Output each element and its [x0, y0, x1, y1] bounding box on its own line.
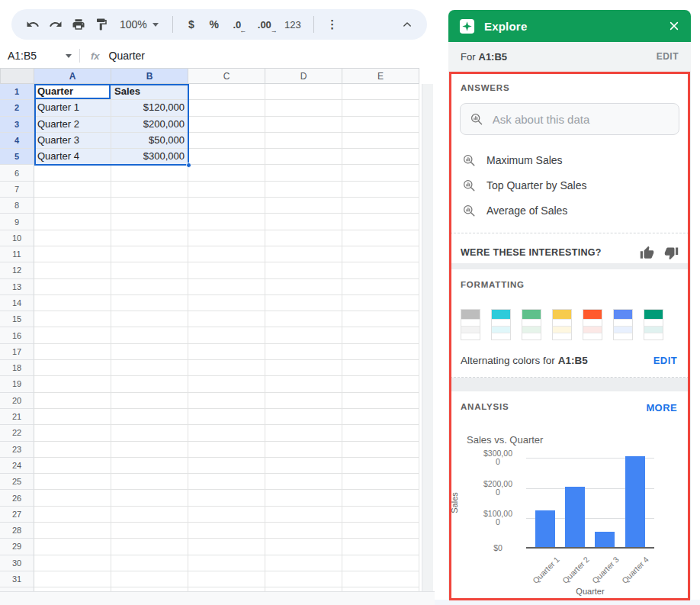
cell-D12[interactable]	[265, 262, 342, 278]
row-header-4[interactable]: 4	[0, 133, 34, 149]
cell-C3[interactable]	[188, 117, 265, 133]
cell-D11[interactable]	[265, 246, 342, 262]
cell-C24[interactable]	[188, 458, 265, 474]
cell-C30[interactable]	[188, 555, 265, 571]
cell-B12[interactable]	[111, 262, 188, 278]
paint-format-button[interactable]	[91, 14, 112, 35]
formatting-edit-button[interactable]: EDIT	[653, 355, 677, 366]
cell-D6[interactable]	[265, 165, 342, 181]
row-header-18[interactable]: 18	[0, 360, 34, 376]
row-header-10[interactable]: 10	[0, 230, 34, 246]
cell-D8[interactable]	[265, 198, 342, 214]
cell-A24[interactable]	[34, 458, 111, 474]
cell-A21[interactable]	[34, 409, 111, 425]
cell-E2[interactable]	[342, 100, 419, 116]
cell-D22[interactable]	[265, 425, 342, 441]
cell-D31[interactable]	[265, 571, 342, 587]
cell-C27[interactable]	[188, 507, 265, 523]
cell-E28[interactable]	[342, 523, 419, 539]
cell-A18[interactable]	[34, 360, 111, 376]
row-header-16[interactable]: 16	[0, 327, 34, 343]
cell-E25[interactable]	[342, 474, 419, 490]
print-button[interactable]	[68, 14, 89, 35]
cell-D18[interactable]	[265, 360, 342, 376]
cell-A6[interactable]	[34, 165, 111, 181]
cell-C29[interactable]	[188, 539, 265, 555]
row-header-11[interactable]: 11	[0, 246, 34, 262]
cell-E3[interactable]	[342, 117, 419, 133]
cell-E6[interactable]	[342, 165, 419, 181]
cell-E30[interactable]	[342, 555, 419, 571]
cell-D4[interactable]	[265, 133, 342, 149]
cell-B5[interactable]: $300,000	[111, 149, 188, 165]
cell-D2[interactable]	[265, 100, 342, 116]
undo-button[interactable]	[22, 14, 43, 35]
row-header-31[interactable]: 31	[0, 571, 34, 587]
formatting-swatch-cyan[interactable]	[491, 309, 511, 340]
zoom-select[interactable]: 100%	[114, 14, 165, 35]
cell-C17[interactable]	[188, 344, 265, 360]
cell-B26[interactable]	[111, 490, 188, 506]
cell-E23[interactable]	[342, 442, 419, 458]
cell-C2[interactable]	[188, 100, 265, 116]
cell-C31[interactable]	[188, 571, 265, 587]
name-box-dropdown-icon[interactable]	[66, 54, 72, 58]
cell-B9[interactable]	[111, 214, 188, 230]
cell-D10[interactable]	[265, 230, 342, 246]
cell-E22[interactable]	[342, 425, 419, 441]
cell-E16[interactable]	[342, 327, 419, 343]
more-formats-button[interactable]: 123	[280, 14, 306, 35]
cell-E31[interactable]	[342, 571, 419, 587]
redo-button[interactable]	[45, 14, 66, 35]
cell-B14[interactable]	[111, 295, 188, 311]
formatting-swatch-gray[interactable]	[461, 309, 480, 340]
row-header-9[interactable]: 9	[0, 214, 34, 230]
cell-C11[interactable]	[188, 246, 265, 262]
cell-A13[interactable]	[34, 279, 111, 295]
cell-D26[interactable]	[265, 490, 342, 506]
cell-C15[interactable]	[188, 311, 265, 327]
cell-B18[interactable]	[111, 360, 188, 376]
answers-suggestion[interactable]: Top Quarter by Sales	[450, 172, 689, 198]
cell-B13[interactable]	[111, 279, 188, 295]
cell-B16[interactable]	[111, 327, 188, 343]
cell-B11[interactable]	[111, 246, 188, 262]
cell-E15[interactable]	[342, 311, 419, 327]
name-box[interactable]: A1:B5	[0, 50, 66, 62]
cell-B23[interactable]	[111, 442, 188, 458]
cell-A20[interactable]	[34, 393, 111, 409]
increase-decimal-button[interactable]: .00→	[254, 14, 275, 35]
cell-D5[interactable]	[265, 149, 342, 165]
cell-D29[interactable]	[265, 539, 342, 555]
cell-A4[interactable]: Quarter 3	[34, 133, 111, 149]
cell-D21[interactable]	[265, 409, 342, 425]
cell-D27[interactable]	[265, 507, 342, 523]
row-header-20[interactable]: 20	[0, 393, 34, 409]
cell-C16[interactable]	[188, 327, 265, 343]
cell-A11[interactable]	[34, 246, 111, 262]
column-header-D[interactable]: D	[265, 68, 342, 84]
cell-B19[interactable]	[111, 376, 188, 392]
answers-suggestion[interactable]: Average of Sales	[450, 198, 689, 223]
cell-D7[interactable]	[265, 182, 342, 198]
cell-A26[interactable]	[34, 490, 111, 506]
analysis-chart[interactable]: Sales vs. Quarter Sales Quarter $0$100,0…	[450, 391, 689, 600]
cell-C6[interactable]	[188, 165, 265, 181]
cell-D13[interactable]	[265, 279, 342, 295]
cell-C28[interactable]	[188, 523, 265, 539]
ask-data-input[interactable]	[493, 113, 669, 126]
cell-D25[interactable]	[265, 474, 342, 490]
cell-B22[interactable]	[111, 425, 188, 441]
cell-B17[interactable]	[111, 344, 188, 360]
cell-C25[interactable]	[188, 474, 265, 490]
cell-A5[interactable]: Quarter 4	[34, 149, 111, 165]
select-all-corner[interactable]	[0, 68, 34, 84]
cell-C23[interactable]	[188, 442, 265, 458]
cell-E27[interactable]	[342, 507, 419, 523]
cell-C14[interactable]	[188, 295, 265, 311]
cell-D15[interactable]	[265, 311, 342, 327]
row-header-21[interactable]: 21	[0, 409, 34, 425]
row-header-22[interactable]: 22	[0, 425, 34, 441]
row-header-12[interactable]: 12	[0, 262, 34, 278]
cell-A7[interactable]	[34, 182, 111, 198]
